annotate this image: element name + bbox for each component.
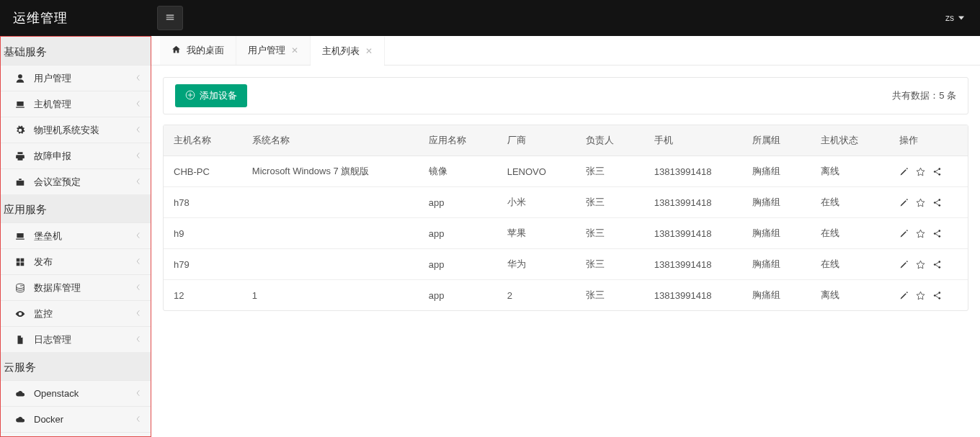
user-name: zs <box>945 13 954 23</box>
brand-title: 运维管理 <box>0 9 151 27</box>
user-menu[interactable]: zs <box>945 13 980 23</box>
hamburger-icon <box>165 12 175 24</box>
topbar: 运维管理 zs <box>0 0 980 36</box>
sidebar-toggle-button[interactable] <box>157 6 183 30</box>
caret-down-icon <box>958 13 964 23</box>
